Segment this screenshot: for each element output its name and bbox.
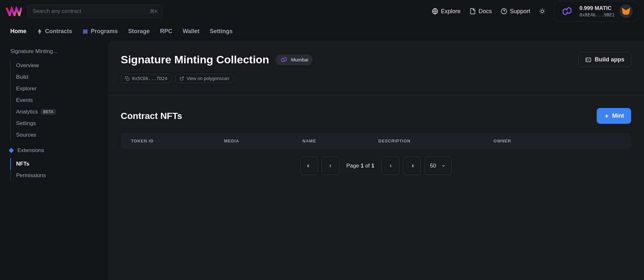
nav-tab-wallet[interactable]: Wallet bbox=[183, 23, 199, 39]
title-row: Signature Minting Collection Mumbai Buil… bbox=[121, 52, 631, 67]
sidebar-settings-label: Settings bbox=[16, 120, 36, 127]
contract-address-chip[interactable]: 0x5CD6...fD24 bbox=[121, 74, 172, 83]
globe-icon bbox=[432, 8, 438, 14]
sidebar-item-overview[interactable]: Overview bbox=[16, 60, 98, 71]
sidebar-item-permissions[interactable]: Permissions bbox=[16, 170, 98, 181]
col-tokenid: TOKEN ID bbox=[131, 139, 224, 143]
table-header: TOKEN ID MEDIA NAME DESCRIPTION OWNER bbox=[121, 133, 631, 149]
polygon-small-icon bbox=[280, 56, 289, 63]
support-label: Support bbox=[510, 8, 530, 15]
sidebar-item-analytics[interactable]: Analytics BETA bbox=[16, 106, 98, 118]
network-label: Mumbai bbox=[291, 57, 308, 62]
theme-toggle[interactable] bbox=[539, 8, 545, 14]
sidebar-item-settings[interactable]: Settings bbox=[16, 118, 98, 129]
sidebar-item-sources[interactable]: Sources bbox=[16, 129, 98, 141]
wallet-balance: 0.999 MATIC bbox=[579, 5, 615, 12]
logo[interactable] bbox=[6, 6, 22, 16]
svg-line-12 bbox=[544, 9, 545, 10]
solana-icon bbox=[82, 29, 88, 34]
contract-address-text: 0x5CD6...fD24 bbox=[132, 76, 167, 81]
page-prev-button[interactable] bbox=[321, 157, 339, 175]
page-last-button[interactable] bbox=[403, 157, 421, 175]
support-link[interactable]: Support bbox=[501, 8, 530, 15]
nav-wallet-label: Wallet bbox=[183, 28, 199, 35]
nav-tab-storage[interactable]: Storage bbox=[128, 23, 150, 39]
sidebar-build-label: Build bbox=[16, 74, 28, 80]
pagination: Page 1 of 1 50 bbox=[121, 157, 631, 175]
of-label: of bbox=[365, 163, 370, 169]
explore-link[interactable]: Explore bbox=[432, 8, 460, 15]
beta-badge: BETA bbox=[41, 109, 56, 115]
nav-tab-rpc[interactable]: RPC bbox=[160, 23, 172, 39]
sidebar: Signature Minting... Overview Build Expl… bbox=[0, 41, 108, 280]
col-description: DESCRIPTION bbox=[378, 139, 493, 143]
mint-label: Mint bbox=[612, 113, 624, 119]
polygon-icon bbox=[560, 5, 575, 17]
col-name: NAME bbox=[302, 139, 378, 143]
title-left: Signature Minting Collection Mumbai bbox=[121, 53, 313, 66]
sidebar-sources-label: Sources bbox=[16, 132, 36, 138]
sidebar-permissions-label: Permissions bbox=[16, 172, 46, 179]
svg-line-19 bbox=[181, 77, 183, 79]
svg-line-8 bbox=[544, 13, 545, 13]
content-area: Signature Minting Collection Mumbai Buil… bbox=[108, 41, 644, 280]
page-first-button[interactable] bbox=[300, 157, 318, 175]
total-pages: 1 bbox=[371, 163, 374, 169]
col-media: MEDIA bbox=[224, 139, 302, 143]
meta-row: 0x5CD6...fD24 View on polygonscan bbox=[121, 74, 631, 83]
mint-button[interactable]: Mint bbox=[597, 108, 631, 124]
nav-tab-programs[interactable]: Programs bbox=[82, 23, 118, 39]
svg-point-4 bbox=[541, 10, 544, 13]
thirdweb-logo-icon bbox=[6, 6, 22, 16]
page-next-button[interactable] bbox=[382, 157, 400, 175]
current-page: 1 bbox=[361, 163, 364, 169]
page-title: Signature Minting Collection bbox=[121, 53, 269, 66]
nav-tab-home[interactable]: Home bbox=[10, 23, 26, 39]
section-title: Contract NFTs bbox=[121, 111, 182, 121]
chevrons-right-icon bbox=[409, 163, 414, 168]
metamask-avatar-icon bbox=[619, 5, 633, 18]
sidebar-item-events[interactable]: Events bbox=[16, 95, 98, 106]
view-explorer-text: View on polygonscan bbox=[187, 76, 229, 81]
extensions-label: Extensions bbox=[17, 147, 44, 154]
col-owner: OWNER bbox=[494, 139, 621, 143]
main-layout: Signature Minting... Overview Build Expl… bbox=[0, 41, 644, 280]
docs-link[interactable]: Docs bbox=[469, 8, 492, 15]
search-input[interactable] bbox=[27, 5, 162, 18]
sidebar-contract-name: Signature Minting... bbox=[10, 48, 98, 55]
svg-rect-14 bbox=[83, 30, 88, 31]
sidebar-explorer-label: Explorer bbox=[16, 86, 36, 92]
sidebar-item-explorer[interactable]: Explorer bbox=[16, 83, 98, 95]
document-icon bbox=[469, 8, 476, 14]
external-link-icon bbox=[180, 76, 184, 81]
nav-contracts-label: Contracts bbox=[45, 28, 72, 35]
plus-icon bbox=[604, 113, 610, 119]
copy-icon bbox=[125, 76, 129, 81]
page-info: Page 1 of 1 bbox=[346, 163, 374, 169]
ethereum-icon bbox=[37, 29, 43, 34]
content-header: Signature Minting Collection Mumbai Buil… bbox=[108, 41, 644, 95]
page-size-select[interactable]: 50 bbox=[424, 157, 452, 175]
chevrons-left-icon bbox=[307, 163, 312, 168]
docs-label: Docs bbox=[478, 8, 492, 15]
nav-storage-label: Storage bbox=[128, 28, 150, 35]
build-apps-button[interactable]: Build apps bbox=[578, 52, 631, 67]
svg-rect-15 bbox=[83, 31, 88, 32]
svg-rect-18 bbox=[127, 78, 129, 80]
sidebar-item-build[interactable]: Build bbox=[16, 71, 98, 83]
search-shortcut: ⌘K bbox=[150, 8, 158, 14]
nav-home-label: Home bbox=[10, 28, 26, 35]
top-header: ⌘K Explore Docs Support 0.999 MATIC 0x8E… bbox=[0, 0, 644, 23]
nav-tab-contracts[interactable]: Contracts bbox=[37, 23, 72, 39]
sidebar-overview-label: Overview bbox=[16, 62, 39, 69]
wallet-info[interactable]: 0.999 MATIC 0x8E4b...9BE1 bbox=[554, 1, 638, 22]
nav-tabs: Home Contracts Programs Storage RPC Wall… bbox=[0, 23, 644, 41]
sidebar-events-label: Events bbox=[16, 97, 33, 104]
nav-tab-settings[interactable]: Settings bbox=[210, 23, 232, 39]
content-body: Contract NFTs Mint TOKEN ID MEDIA NAME D… bbox=[108, 95, 644, 188]
section-header: Contract NFTs Mint bbox=[121, 108, 631, 124]
view-explorer-chip[interactable]: View on polygonscan bbox=[175, 74, 233, 83]
sidebar-item-nfts[interactable]: NFTs bbox=[16, 158, 98, 170]
sidebar-main-section: Overview Build Explorer Events Analytics… bbox=[10, 60, 98, 141]
sidebar-analytics-label: Analytics bbox=[16, 109, 38, 115]
